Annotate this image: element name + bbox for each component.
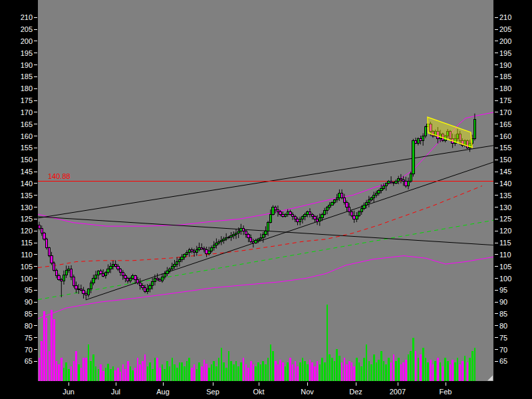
volume-bar bbox=[402, 362, 404, 381]
candle-body bbox=[203, 249, 205, 250]
volume-bar bbox=[434, 361, 436, 381]
volume-bar bbox=[422, 348, 424, 381]
volume-bar bbox=[277, 364, 279, 381]
candle-body bbox=[152, 282, 154, 285]
candle-body bbox=[333, 200, 335, 203]
x-tick-label: Feb bbox=[440, 388, 452, 396]
volume-bar bbox=[221, 348, 223, 381]
candle-body bbox=[390, 181, 392, 182]
candle-body bbox=[124, 276, 126, 279]
x-tick-label: Dez bbox=[349, 388, 362, 396]
volume-bar bbox=[437, 358, 439, 381]
candle-body bbox=[127, 279, 129, 281]
volume-bar bbox=[346, 364, 348, 381]
candle-body bbox=[414, 141, 416, 144]
candle-body bbox=[58, 276, 60, 279]
y-tick-label: 160 bbox=[21, 132, 33, 140]
price-level-label: 140.88 bbox=[48, 172, 70, 180]
y-tick-label: 210 bbox=[21, 13, 33, 21]
candle-body bbox=[420, 138, 422, 141]
volume-bar bbox=[275, 361, 277, 381]
volume-bar bbox=[114, 370, 116, 381]
volume-bar bbox=[201, 366, 203, 381]
candle-body bbox=[100, 271, 102, 274]
volume-bar bbox=[262, 361, 264, 381]
volume-bar bbox=[265, 364, 267, 381]
volume-bar bbox=[142, 361, 144, 381]
candle-body bbox=[217, 241, 219, 243]
volume-bar bbox=[425, 358, 427, 381]
candle-body bbox=[149, 285, 151, 289]
candle-body bbox=[233, 235, 235, 236]
candle-body bbox=[336, 198, 338, 200]
volume-bar bbox=[309, 360, 311, 381]
volume-bar bbox=[257, 362, 259, 381]
candle-body bbox=[326, 207, 328, 211]
y-tick-label: 170 bbox=[21, 108, 33, 116]
candle-body bbox=[301, 217, 303, 219]
volume-bar bbox=[378, 360, 380, 381]
volume-bar bbox=[105, 368, 107, 381]
y-tick-label: 160 bbox=[499, 132, 511, 140]
volume-bar bbox=[287, 362, 289, 381]
candle-body bbox=[307, 212, 309, 215]
volume-bar bbox=[412, 338, 414, 381]
candle-body bbox=[70, 269, 72, 277]
candle-body bbox=[78, 289, 80, 290]
candle-body bbox=[360, 208, 362, 211]
y-tick-label: 70 bbox=[25, 346, 33, 354]
candle-body bbox=[410, 174, 412, 182]
candle-body bbox=[174, 264, 176, 267]
y-tick-label: 210 bbox=[499, 13, 511, 21]
candle-body bbox=[338, 193, 340, 198]
candle-body bbox=[168, 269, 170, 271]
candle-body bbox=[331, 202, 333, 205]
candle-body bbox=[242, 229, 244, 231]
candle-body bbox=[255, 241, 257, 243]
y-tick-label: 95 bbox=[499, 286, 507, 294]
candle-body bbox=[316, 219, 318, 221]
volume-bar bbox=[65, 362, 67, 381]
volume-bar bbox=[70, 366, 72, 381]
volume-bar bbox=[132, 370, 134, 381]
candle-body bbox=[269, 214, 271, 223]
volume-bar bbox=[102, 371, 104, 381]
y-tick-label: 175 bbox=[21, 96, 33, 104]
volume-bar bbox=[41, 341, 43, 381]
plot-area[interactable] bbox=[38, 0, 493, 381]
candle-body bbox=[90, 283, 92, 289]
y-tick-label: 125 bbox=[499, 215, 511, 223]
y-tick-label: 165 bbox=[499, 120, 511, 128]
volume-bar bbox=[299, 362, 301, 381]
candle-body bbox=[299, 219, 301, 221]
y-tick-label: 90 bbox=[499, 298, 507, 306]
volume-bar bbox=[405, 360, 407, 381]
volume-bar bbox=[393, 354, 395, 381]
y-tick-label: 175 bbox=[499, 96, 511, 104]
candle-body bbox=[186, 252, 188, 255]
candle-body bbox=[412, 141, 414, 174]
y-tick-label: 75 bbox=[499, 334, 507, 342]
volume-bar bbox=[144, 354, 146, 381]
y-tick-label: 185 bbox=[499, 72, 511, 80]
volume-bar bbox=[467, 362, 469, 381]
y-tick-label: 195 bbox=[499, 49, 511, 57]
volume-bar bbox=[370, 364, 372, 381]
candle-body bbox=[178, 259, 180, 262]
y-tick-label: 165 bbox=[21, 120, 33, 128]
volume-bar bbox=[400, 364, 402, 381]
candle-body bbox=[201, 247, 203, 249]
y-tick-label: 150 bbox=[21, 156, 33, 164]
x-tick-label: Aug bbox=[156, 388, 170, 396]
volume-bar bbox=[255, 366, 257, 381]
volume-bar bbox=[358, 362, 360, 381]
volume-bar bbox=[191, 368, 193, 381]
y-tick-label: 155 bbox=[499, 144, 511, 152]
volume-bar bbox=[398, 358, 400, 381]
volume-bar bbox=[304, 361, 306, 381]
candle-body bbox=[156, 279, 158, 280]
volume-bar bbox=[110, 369, 112, 381]
candle-body bbox=[112, 264, 114, 267]
y-tick-label: 90 bbox=[25, 298, 33, 306]
volume-bar bbox=[307, 364, 309, 381]
